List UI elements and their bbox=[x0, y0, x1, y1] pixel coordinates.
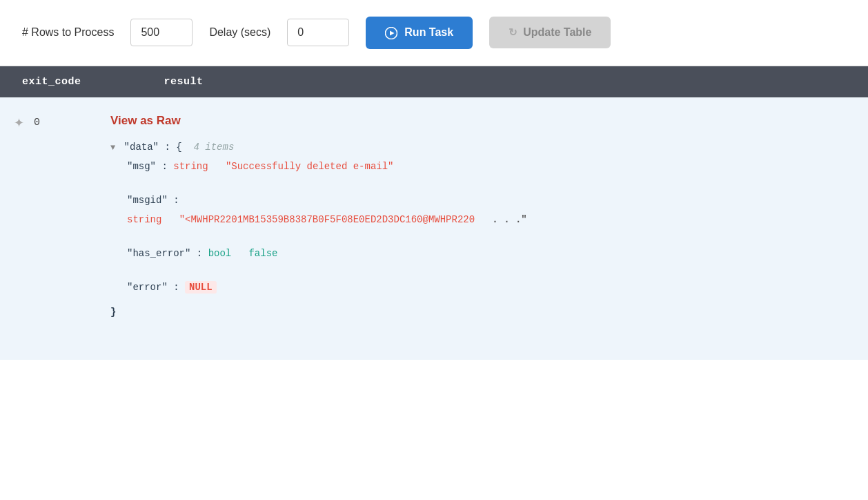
toolbar: # Rows to Process Delay (secs) Run Task … bbox=[0, 0, 868, 66]
json-has-error-type: bool bbox=[208, 248, 232, 259]
json-close-brace: } bbox=[110, 307, 116, 318]
result-cell: View as Raw ▼ "data" : { 4 items "msg" :… bbox=[110, 111, 868, 322]
delay-input[interactable] bbox=[287, 19, 349, 46]
delay-label: Delay (secs) bbox=[209, 26, 270, 39]
ellipsis: . . ." bbox=[481, 214, 527, 225]
collapse-arrow-icon: ▼ bbox=[110, 140, 115, 156]
json-msg-type: string bbox=[173, 161, 208, 172]
svg-marker-1 bbox=[390, 30, 395, 35]
json-root-meta: 4 items bbox=[188, 142, 234, 153]
refresh-icon: ↻ bbox=[509, 26, 517, 39]
json-data-key: "data" bbox=[124, 142, 159, 153]
update-table-label: Update Table bbox=[523, 26, 591, 39]
json-msgid-type: string bbox=[127, 214, 161, 225]
pin-exit-cell: ✦ 0 bbox=[0, 111, 110, 131]
exit-code-value: 0 bbox=[34, 117, 40, 128]
json-msg-key: "msg" bbox=[127, 161, 156, 172]
rows-label: # Rows to Process bbox=[22, 26, 114, 39]
json-viewer: ▼ "data" : { 4 items "msg" : string "Suc… bbox=[110, 137, 854, 322]
table-header: exit_code result bbox=[0, 66, 868, 97]
run-task-button[interactable]: Run Task bbox=[366, 17, 473, 49]
pin-icon: ✦ bbox=[14, 115, 24, 131]
json-has-error-key: "has_error" bbox=[127, 248, 190, 259]
json-msgid-key: "msgid" bbox=[127, 195, 168, 206]
json-msg-value: "Successfully deleted e-mail" bbox=[226, 161, 394, 172]
rows-input[interactable] bbox=[130, 19, 193, 46]
json-error-null: NULL bbox=[185, 281, 217, 294]
json-has-error-value: false bbox=[248, 248, 277, 259]
run-task-label: Run Task bbox=[404, 26, 453, 39]
update-table-button[interactable]: ↻ Update Table bbox=[489, 17, 611, 48]
table-row: ✦ 0 View as Raw ▼ "data" : { 4 items "ms… bbox=[0, 97, 868, 360]
play-icon bbox=[385, 26, 399, 39]
json-error-key: "error" bbox=[127, 282, 168, 293]
col-exit-code: exit_code bbox=[22, 76, 81, 88]
col-result: result bbox=[164, 76, 204, 88]
view-raw-link[interactable]: View as Raw bbox=[110, 114, 181, 128]
json-msgid-value: "<MWHPR2201MB15359B8387B0F5F08E0ED2D3DC1… bbox=[179, 214, 475, 225]
